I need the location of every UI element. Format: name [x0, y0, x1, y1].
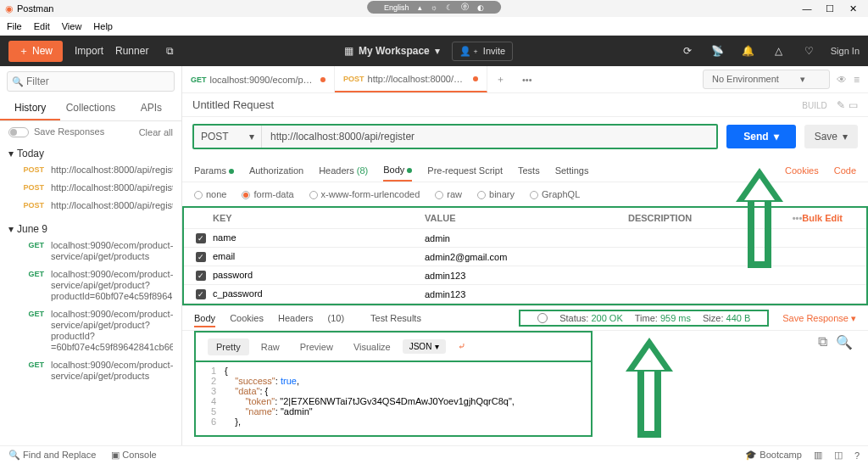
- row-checkbox[interactable]: ✓: [196, 289, 206, 299]
- send-button[interactable]: Send▾: [726, 125, 795, 148]
- workspace-selector[interactable]: ▦ My Workspace ▾: [344, 45, 440, 57]
- signin-button[interactable]: Sign In: [831, 46, 860, 56]
- request-tab[interactable]: POSThttp://localhost:8000/api/regis...: [335, 66, 487, 92]
- format-select[interactable]: JSON▾: [403, 339, 447, 354]
- copy-icon[interactable]: ⧉: [818, 334, 827, 350]
- history-item[interactable]: GETlocalhost:9090/ecom/product-service/a…: [8, 266, 173, 305]
- viewer-raw[interactable]: Raw: [253, 338, 288, 355]
- open-new-icon[interactable]: ⧉: [160, 42, 179, 60]
- row-checkbox[interactable]: ✓: [196, 271, 206, 281]
- minimize-icon[interactable]: —: [797, 3, 817, 14]
- filter-input[interactable]: [7, 71, 175, 92]
- body-raw[interactable]: raw: [435, 189, 462, 199]
- subtab-params[interactable]: Params: [194, 160, 234, 181]
- sync-icon[interactable]: ⟳: [678, 42, 697, 60]
- subtab-settings[interactable]: Settings: [555, 160, 589, 181]
- console-button[interactable]: ▣ Console: [111, 450, 156, 461]
- language-pill[interactable]: English ▴☼☾ⓔ◐: [367, 1, 501, 14]
- pane-icon[interactable]: ◫: [834, 450, 843, 461]
- formdata-row[interactable]: ✓emailadmin2@gmail.com: [184, 248, 866, 266]
- row-checkbox[interactable]: ✓: [196, 252, 206, 262]
- formdata-row[interactable]: ✓passwordadmin123: [184, 266, 866, 285]
- tab-history[interactable]: History: [0, 97, 60, 120]
- body-none[interactable]: none: [194, 189, 226, 199]
- resp-tab-body[interactable]: Body: [194, 313, 215, 327]
- body-urlencoded[interactable]: x-www-form-urlencoded: [309, 189, 420, 199]
- tab-menu-button[interactable]: •••: [514, 75, 541, 85]
- bootcamp-button[interactable]: 🎓 Bootcamp: [745, 450, 802, 461]
- layout-icon[interactable]: ▥: [814, 450, 822, 461]
- new-button[interactable]: ＋New: [8, 41, 63, 62]
- runner-button[interactable]: Runner: [115, 45, 148, 57]
- kv-menu-icon[interactable]: •••: [793, 213, 803, 223]
- search-response-icon[interactable]: 🔍: [836, 334, 853, 350]
- settings-sliders-icon[interactable]: ≡: [854, 74, 860, 86]
- menu-view[interactable]: View: [62, 21, 82, 31]
- menu-file[interactable]: File: [7, 21, 22, 31]
- docs-icon[interactable]: ▭: [849, 99, 858, 111]
- method-select[interactable]: POST▾: [194, 126, 262, 148]
- find-replace-button[interactable]: 🔍 Find and Replace: [8, 450, 96, 461]
- sidebar: 🔍 History Collections APIs Save Response…: [0, 66, 182, 445]
- subtab-auth[interactable]: Authorization: [249, 160, 303, 181]
- menu-edit[interactable]: Edit: [34, 21, 50, 31]
- resp-tab-testresults[interactable]: Test Results: [370, 313, 421, 323]
- code-link[interactable]: Code: [834, 160, 856, 181]
- notifications-icon[interactable]: 🔔: [739, 42, 758, 60]
- response-status-box: Status: 200 OK Time: 959 ms Size: 440 B: [519, 310, 769, 327]
- help-icon[interactable]: ?: [854, 450, 860, 461]
- history-item[interactable]: GETlocalhost:9090/ecom/product-service/a…: [8, 305, 173, 356]
- history-group-header[interactable]: ▾Today: [8, 146, 173, 161]
- heart-icon[interactable]: ♡: [800, 42, 819, 60]
- import-button[interactable]: Import: [75, 45, 103, 57]
- history-item[interactable]: POSThttp://localhost:8000/api/register: [8, 179, 173, 197]
- row-checkbox[interactable]: ✓: [196, 233, 206, 243]
- maximize-icon[interactable]: ☐: [820, 3, 840, 14]
- bulk-edit-link[interactable]: Bulk Edit: [802, 213, 854, 223]
- save-responses-toggle[interactable]: [8, 127, 29, 137]
- request-tab[interactable]: GETlocalhost:9090/ecom/product-s...: [182, 66, 335, 92]
- menu-help[interactable]: Help: [93, 21, 113, 31]
- body-formdata[interactable]: form-data: [242, 189, 293, 199]
- env-quicklook-icon[interactable]: 👁: [837, 74, 847, 86]
- wrap-icon[interactable]: ⤶: [449, 338, 474, 355]
- body-graphql[interactable]: GraphQL: [530, 189, 580, 199]
- capture-icon[interactable]: 📡: [709, 42, 727, 60]
- viewer-preview[interactable]: Preview: [292, 338, 342, 355]
- formdata-row[interactable]: ✓nameadmin: [184, 229, 866, 248]
- save-button[interactable]: Save▾: [804, 125, 858, 148]
- comments-icon[interactable]: ✎: [837, 99, 845, 111]
- subtab-body[interactable]: Body: [383, 159, 412, 182]
- resp-tab-headers[interactable]: Headers (10): [278, 313, 356, 323]
- cookies-link[interactable]: Cookies: [785, 160, 819, 181]
- history-item[interactable]: GETlocalhost:9090/ecom/product-service/a…: [8, 237, 173, 266]
- history-group-header[interactable]: ▾June 9: [8, 221, 173, 237]
- response-body[interactable]: 1{2 "success": true,3 "data": {4 "token"…: [194, 361, 593, 437]
- save-response-link[interactable]: Save Response ▾: [782, 313, 856, 324]
- workspace-label: My Workspace: [359, 45, 430, 57]
- clear-all-link[interactable]: Clear all: [139, 127, 173, 137]
- history-item[interactable]: POSThttp://localhost:8000/api/register: [8, 161, 173, 179]
- history-item[interactable]: GETlocalhost:9090/ecom/product-service/a…: [8, 356, 173, 385]
- viewer-visualize[interactable]: Visualize: [345, 338, 399, 355]
- tab-collections[interactable]: Collections: [60, 97, 120, 120]
- request-title[interactable]: Untitled Request: [192, 98, 274, 111]
- subtab-tests[interactable]: Tests: [518, 160, 540, 181]
- alerts-icon[interactable]: △: [770, 42, 788, 60]
- resp-tab-cookies[interactable]: Cookies: [230, 313, 264, 323]
- window-controls[interactable]: — ☐ ✕: [797, 3, 863, 14]
- viewer-pretty[interactable]: Pretty: [208, 338, 249, 355]
- history-item[interactable]: POSThttp://localhost:8000/api/register: [8, 197, 173, 215]
- new-tab-button[interactable]: ＋: [487, 73, 514, 86]
- environment-selector[interactable]: No Environment ▾: [703, 70, 830, 89]
- url-input[interactable]: [262, 126, 716, 148]
- close-icon[interactable]: ✕: [843, 3, 863, 14]
- invite-button[interactable]: 👤﹢ Invite: [452, 42, 513, 61]
- subtab-headers[interactable]: Headers (8): [319, 160, 368, 181]
- tab-apis[interactable]: APIs: [121, 97, 181, 120]
- body-binary[interactable]: binary: [477, 189, 515, 199]
- subtab-prereq[interactable]: Pre-request Script: [427, 160, 503, 181]
- formdata-row[interactable]: ✓c_passwordadmin123: [184, 285, 866, 304]
- request-tabs-row: GETlocalhost:9090/ecom/product-s...POSTh…: [182, 66, 868, 93]
- lang-label: English: [384, 3, 409, 12]
